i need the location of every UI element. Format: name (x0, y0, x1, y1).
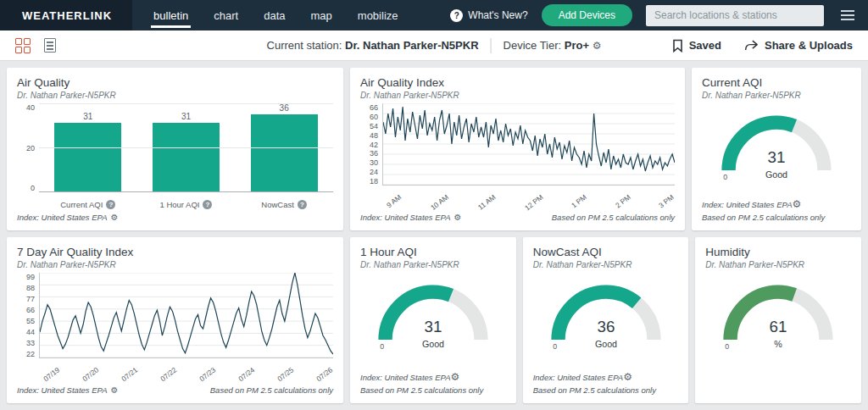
y-tick-label: 42 (370, 141, 378, 149)
x-tick-label: 07/20 (81, 365, 100, 383)
y-tick-label: 0 (31, 184, 35, 192)
pm25-footer: Based on PM 2.5 calculations only (360, 385, 506, 395)
y-tick-label: 44 (26, 328, 35, 336)
x-axis: 07/1907/2007/2107/2207/2307/2407/2507/26 (39, 358, 333, 385)
one-hour-aqi-gauge: 31Good0 (360, 273, 506, 371)
x-axis: 9 AM10 AM11 AM12 PM1 PM2 PM3 PM (382, 186, 675, 213)
help-icon[interactable]: ? (203, 200, 212, 209)
saved-button[interactable]: Saved (672, 39, 721, 53)
bar-category: 1 Hour AQI? (142, 197, 230, 213)
index-gear-icon[interactable]: ⚙ (111, 213, 119, 222)
nav-item-bulletin[interactable]: bulletin (141, 0, 201, 30)
svg-text:%: % (774, 339, 782, 349)
y-tick-label: 36 (370, 149, 378, 158)
y-tick-label: 54 (370, 122, 378, 130)
y-tick-label: 30 (370, 158, 378, 167)
index-gear-icon[interactable]: ⚙ (111, 385, 119, 395)
air-quality-index-card: Air Quality Index Dr. Nathan Parker-N5PK… (350, 68, 685, 230)
gauge-canvas: 36Good0 (548, 281, 665, 356)
card-title: Current AQI (702, 76, 851, 89)
add-devices-button[interactable]: Add Devices (542, 4, 632, 26)
nav-item-mobilize[interactable]: mobilize (345, 0, 411, 30)
nav-item-chart[interactable]: chart (201, 0, 251, 30)
pm25-footer: Based on PM 2.5 calculations only (210, 385, 333, 395)
index-epa-label: Index: United States EPA (702, 200, 793, 209)
app-header: WEATHERLINK bulletin chart data map mobi… (0, 0, 868, 30)
index-epa-label: Index: United States EPA (360, 213, 451, 222)
index-footer: Index: United States EPA⚙ (17, 385, 118, 395)
card-title: Air Quality (17, 76, 333, 89)
y-axis: 9988776655443322 (17, 273, 39, 358)
svg-text:31: 31 (768, 148, 786, 166)
chart-canvas (383, 103, 675, 185)
x-tick-label: 07/26 (314, 365, 334, 383)
search-input[interactable] (646, 5, 824, 26)
gauge-canvas: 61%0 (720, 281, 837, 356)
air-quality-bar-chart: 40200313136Current AQI?1 Hour AQI?NowCas… (17, 103, 333, 213)
weatherlink-logo: WEATHERLINK (22, 9, 112, 22)
one-hour-aqi-card: 1 Hour AQI Dr. Nathan Parker-N5PKR 31Goo… (350, 237, 516, 403)
menu-icon[interactable] (837, 7, 858, 24)
view-switcher (15, 38, 56, 53)
index-footer: Index: United States EPA⚙ (702, 198, 851, 210)
list-view-icon[interactable] (44, 38, 56, 53)
card-title: 7 Day Air Quality Index (17, 246, 333, 258)
index-epa-label: Index: United States EPA (17, 213, 108, 222)
aqi-7day-line-chart: 998877665544332207/1907/2007/2107/2207/2… (17, 273, 333, 385)
bar-category: Current AQI? (44, 197, 132, 213)
y-tick-label: 66 (26, 306, 35, 314)
humidity-gauge: 61%0 (705, 273, 851, 395)
y-tick-label: 99 (26, 273, 35, 281)
y-tick-label: 55 (26, 317, 35, 325)
x-tick-label: 12 PM (523, 192, 545, 212)
svg-text:61: 61 (770, 318, 787, 335)
share-uploads-button[interactable]: Share & Uploads (743, 39, 853, 52)
dashboard-row-1: Air Quality Dr. Nathan Parker-N5PKR 4020… (7, 68, 861, 230)
device-tier: Device Tier: Pro+ ⚙ (504, 39, 602, 52)
y-tick-label: 88 (26, 284, 35, 292)
logo-box: WEATHERLINK (0, 0, 132, 30)
device-tier-gear-icon[interactable]: ⚙ (593, 40, 602, 52)
x-tick-label: 2 PM (614, 192, 632, 209)
index-gear-icon[interactable]: ⚙ (454, 213, 462, 222)
card-title: Air Quality Index (360, 76, 675, 89)
plot-area: 313136 (39, 103, 333, 192)
x-tick-label: 07/25 (275, 365, 295, 383)
bar-value-label: 36 (280, 103, 289, 113)
whats-new-link[interactable]: ? What's New? (450, 9, 527, 22)
nav-item-data[interactable]: data (251, 0, 298, 30)
index-footer: Index: United States EPA⚙ (533, 371, 679, 383)
y-tick-label: 33 (26, 339, 35, 347)
svg-text:0: 0 (726, 342, 730, 351)
nowcast-aqi-gauge: 36Good0 (533, 273, 679, 371)
svg-text:0: 0 (553, 342, 557, 351)
y-axis: 40200 (17, 103, 39, 192)
station-info: Current station: Dr. Nathan Parker-N5PKR… (267, 38, 602, 53)
grid-view-icon[interactable] (15, 38, 31, 53)
help-icon[interactable]: ? (298, 200, 307, 209)
axis-corner (17, 358, 39, 385)
current-aqi-card: Current AQI Dr. Nathan Parker-N5PKR 31Go… (692, 68, 861, 230)
index-footer: Index: United States EPA⚙ (360, 213, 461, 222)
plot-area (39, 273, 333, 358)
bookmark-icon (672, 39, 683, 53)
bar-category-label: Current AQI (60, 200, 103, 209)
x-tick-label: 3 PM (657, 192, 676, 209)
svg-text:31: 31 (424, 318, 442, 335)
station-subtitle: Dr. Nathan Parker-N5PKR (360, 260, 506, 269)
index-footer: Index: United States EPA⚙ (17, 213, 118, 222)
bar (251, 114, 318, 191)
index-gear-icon[interactable]: ⚙ (793, 198, 802, 210)
card-footer: Index: United States EPA⚙ Based on PM 2.… (360, 371, 506, 395)
x-tick-label: 1 PM (570, 192, 588, 209)
x-axis: Current AQI?1 Hour AQI?NowCast? (39, 192, 333, 213)
nav-item-map[interactable]: map (298, 0, 345, 30)
x-tick-label: 11 AM (476, 192, 498, 211)
index-gear-icon[interactable]: ⚙ (451, 371, 460, 383)
index-gear-icon[interactable]: ⚙ (623, 371, 632, 383)
current-station-label: Current station: (267, 39, 342, 52)
card-footer: Index: United States EPA⚙ Based on PM 2.… (17, 385, 333, 395)
station-subtitle: Dr. Nathan Parker-N5PKR (17, 260, 333, 269)
svg-text:Good: Good (422, 339, 444, 349)
help-icon[interactable]: ? (106, 200, 115, 209)
